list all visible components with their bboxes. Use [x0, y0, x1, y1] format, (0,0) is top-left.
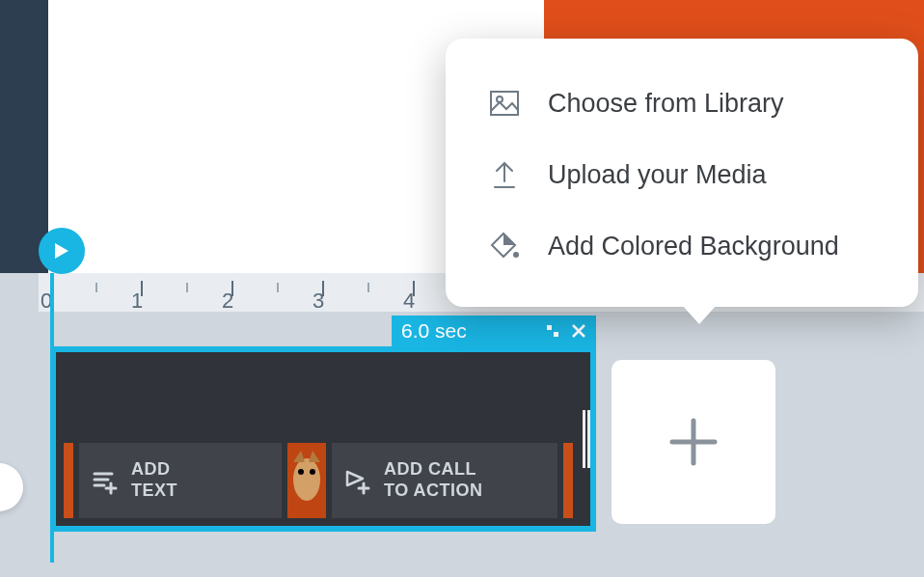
- popover-item-upload[interactable]: Upload your Media: [484, 139, 880, 210]
- add-cta-label: ADD CALLTO ACTION: [384, 459, 483, 501]
- clip-header[interactable]: 6.0 sec: [392, 316, 596, 346]
- popover-item-label: Add Colored Background: [548, 232, 839, 261]
- ruler-label: 2: [222, 288, 233, 312]
- ruler-label: 1: [131, 288, 143, 312]
- add-text-icon: [91, 466, 120, 495]
- add-scene-button[interactable]: [611, 360, 775, 524]
- ruler-label: 4: [403, 288, 415, 312]
- popover-item-label: Choose from Library: [548, 89, 784, 119]
- svg-point-4: [513, 252, 519, 258]
- play-button[interactable]: [39, 228, 85, 274]
- close-icon[interactable]: [571, 323, 586, 339]
- svg-rect-1: [554, 332, 558, 337]
- clip-duration-label: 6.0 sec: [401, 319, 467, 343]
- clip-settings-icon[interactable]: [546, 324, 559, 338]
- timeline-panel: 0 1 2 3 4 6.0 sec: [0, 273, 924, 577]
- timeline-clip[interactable]: 6.0 sec: [50, 316, 596, 532]
- add-text-label: ADDTEXT: [131, 459, 177, 501]
- sidebar-dark: [0, 0, 48, 273]
- clip-body: ADDTEXT ADD CALLTO ACTION: [50, 346, 596, 532]
- popover-item-library[interactable]: Choose from Library: [484, 68, 880, 139]
- add-text-button[interactable]: ADDTEXT: [79, 443, 282, 518]
- clip-header-gap: [50, 316, 392, 346]
- add-media-popover: Choose from Library Upload your Media Ad…: [446, 39, 918, 307]
- ruler-label: 3: [313, 288, 324, 312]
- clip-resize-handle[interactable]: [583, 410, 590, 468]
- add-cta-button[interactable]: ADD CALLTO ACTION: [332, 443, 557, 518]
- plus-icon: [666, 415, 720, 469]
- play-icon: [54, 242, 69, 260]
- svg-rect-0: [547, 325, 552, 330]
- image-icon: [488, 87, 521, 120]
- clip-thumbnail-dog: [287, 443, 326, 518]
- popover-item-colored-bg[interactable]: Add Colored Background: [484, 210, 880, 282]
- clip-thumbnail: [563, 443, 573, 518]
- playhead[interactable]: [50, 273, 54, 563]
- upload-icon: [488, 158, 521, 191]
- svg-rect-2: [491, 92, 518, 115]
- add-cta-icon: [343, 466, 372, 495]
- clip-thumbnail: [64, 443, 73, 518]
- popover-item-label: Upload your Media: [548, 160, 767, 190]
- paint-bucket-icon: [488, 230, 521, 262]
